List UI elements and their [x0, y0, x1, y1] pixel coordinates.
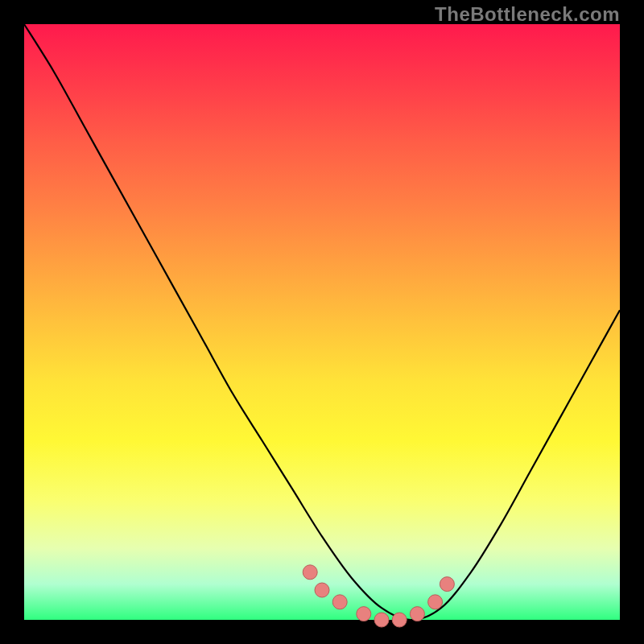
watermark-text: TheBottleneck.com [435, 3, 620, 26]
marker-point [410, 607, 424, 621]
marker-point [392, 613, 407, 627]
plot-area [24, 24, 620, 620]
marker-point [440, 577, 454, 592]
marker-point [374, 613, 389, 627]
highlight-markers [303, 565, 454, 627]
marker-point [357, 607, 371, 621]
marker-point [332, 595, 347, 609]
curve-layer [24, 24, 620, 620]
marker-point [428, 595, 443, 609]
marker-point [303, 565, 317, 580]
bottleneck-curve [24, 24, 620, 620]
marker-point [315, 583, 329, 597]
chart-container: TheBottleneck.com [0, 0, 644, 644]
